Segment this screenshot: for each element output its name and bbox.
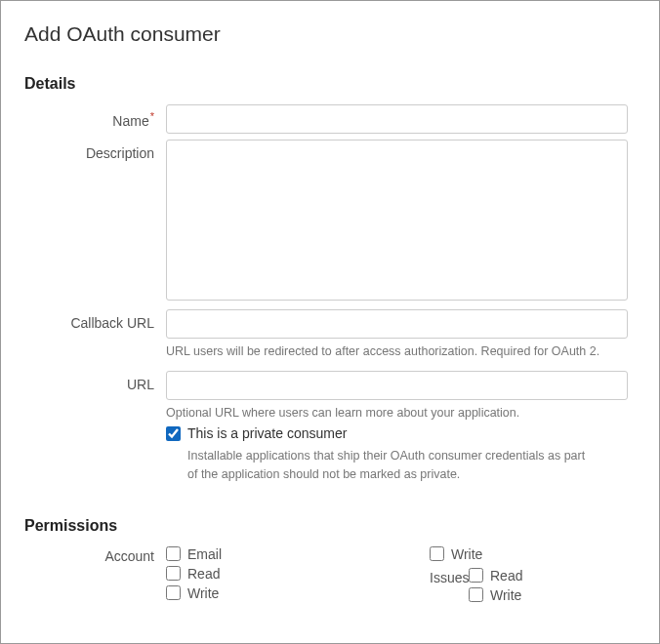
row-description: Description [24, 140, 636, 303]
url-help: Optional URL where users can learn more … [166, 405, 628, 423]
perm-issues-read: Read [469, 568, 522, 584]
perm-account-read-label: Read [187, 566, 220, 582]
row-issues: Issues Read Write [430, 568, 636, 607]
label-name: Name* [24, 104, 166, 129]
perm-right-write-label: Write [451, 546, 482, 562]
callback-help: URL users will be redirected to after ac… [166, 343, 628, 361]
perm-account-read: Read [166, 566, 430, 582]
perm-account-email-label: Email [187, 546, 222, 562]
perm-account-email-checkbox[interactable] [166, 546, 181, 561]
perm-account-write-checkbox[interactable] [166, 585, 181, 600]
perm-issues-write-checkbox[interactable] [469, 587, 483, 602]
perm-account-write: Write [166, 585, 430, 601]
perm-issues-write-label: Write [490, 587, 521, 603]
label-url: URL [24, 371, 166, 392]
row-private: This is a private consumer [166, 425, 628, 441]
page-title: Add OAuth consumer [24, 22, 636, 46]
label-account: Account [24, 546, 166, 564]
callback-input[interactable] [166, 309, 628, 339]
row-name: Name* [24, 104, 636, 134]
perm-account-read-checkbox[interactable] [166, 566, 181, 581]
perm-right-write-checkbox[interactable] [430, 546, 444, 561]
private-help: Installable applications that ship their… [187, 447, 628, 484]
perm-account-write-label: Write [187, 585, 219, 601]
row-url: URL Optional URL where users can learn m… [24, 371, 636, 484]
section-details-title: Details [24, 75, 636, 93]
perm-right-write: Write [430, 546, 636, 562]
private-checkbox[interactable] [166, 426, 181, 441]
label-callback: Callback URL [24, 309, 166, 331]
account-options: Email Read Write [166, 546, 430, 607]
perm-issues-write: Write [469, 587, 522, 603]
perm-account-email: Email [166, 546, 430, 562]
section-permissions-title: Permissions [24, 517, 636, 535]
name-input[interactable] [166, 104, 628, 134]
perm-issues-read-label: Read [490, 568, 522, 584]
description-textarea[interactable] [166, 140, 628, 301]
row-callback: Callback URL URL users will be redirecte… [24, 309, 636, 365]
label-issues: Issues [430, 568, 469, 585]
label-description: Description [24, 140, 166, 161]
section-permissions: Permissions Account Email Read Write [24, 517, 636, 607]
perm-issues-read-checkbox[interactable] [469, 568, 483, 583]
private-label: This is a private consumer [187, 425, 347, 441]
right-perm-column: Write Issues Read Write [430, 546, 636, 607]
form-container: Add OAuth consumer Details Name* Descrip… [0, 0, 660, 644]
url-input[interactable] [166, 371, 628, 400]
